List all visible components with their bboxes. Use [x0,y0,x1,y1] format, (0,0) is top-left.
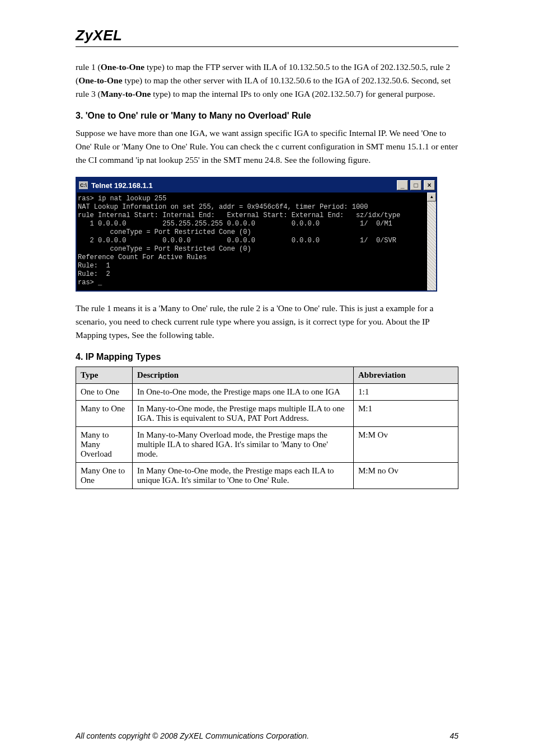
footer-page-number: 45 [449,731,458,740]
heading-text: IP Mapping Types [86,352,161,361]
cell-desc: In Many-to-One mode, the Prestige maps m… [133,401,354,427]
terminal-line: coneType = Port Restricted Cone (0) [78,228,426,237]
section-heading-4: 4. IP Mapping Types [76,352,458,362]
cell-abbr: 1:1 [354,384,458,401]
table-header-row: Type Description Abbreviation [76,367,458,384]
table-row: Many to One In Many-to-One mode, the Pre… [76,401,458,427]
heading-number: 4. [76,352,86,361]
text: rule 1 ( [76,62,101,72]
terminal-area: ras> ip nat lookup 255NAT Lookup Informa… [77,192,436,290]
cell-desc: In Many One-to-One mode, the Prestige ma… [133,463,354,489]
cell-abbr: M:1 [354,401,458,427]
paragraph-1: rule 1 (One-to-One type) to map the FTP … [76,60,458,101]
cell-abbr: M:M Ov [354,427,458,463]
terminal-icon: C:\ [79,181,88,189]
terminal-output: ras> ip nat lookup 255NAT Lookup Informa… [77,192,427,290]
scroll-track[interactable] [427,201,436,290]
terminal-line: ras> ip nat lookup 255 [78,195,426,203]
paragraph-3: The rule 1 means it is a 'Many to One' r… [76,302,458,342]
table-row: Many to Many Overload In Many-to-Many Ov… [76,427,458,463]
cell-type: Many to One [76,401,133,427]
bold-text: One-to-One [101,62,144,72]
paragraph-2: Suppose we have more than one IGA, we wa… [76,126,458,167]
terminal-line: Rule: 2 [78,270,426,279]
col-header-desc: Description [133,367,354,384]
page-footer: All contents copyright © 2008 ZyXEL Comm… [76,731,458,740]
footer-copyright: All contents copyright © 2008 ZyXEL Comm… [76,731,309,740]
terminal-line: coneType = Port Restricted Cone (0) [78,245,426,253]
window-title: Telnet 192.168.1.1 [91,181,396,190]
text: type) to map the internal IPs to only on… [151,89,435,98]
table-row: One to One In One-to-One mode, the Prest… [76,384,458,401]
cell-type: One to One [76,384,133,401]
minimize-button[interactable]: _ [397,180,408,190]
terminal-line: 1 0.0.0.0 255.255.255.255 0.0.0.0 0.0.0.… [78,220,426,228]
header-logo-row: ZyXEL [76,27,458,44]
col-header-abbr: Abbreviation [354,367,458,384]
cell-type: Many One to One [76,463,133,489]
telnet-titlebar: C:\ Telnet 192.168.1.1 _ □ × [77,178,436,192]
table-row: Many One to One In Many One-to-One mode,… [76,463,458,489]
terminal-line: ras> _ [78,279,426,287]
bold-text: One-to-One [78,76,122,85]
terminal-line: NAT Lookup Information on set 255, addr … [78,203,426,212]
text: The rule 1 means it is a 'Many to One' r… [76,303,380,313]
page: ZyXEL rule 1 (One-to-One type) to map th… [0,0,534,756]
bold-text: Many-to-One [101,89,151,98]
close-button[interactable]: × [424,180,435,190]
terminal-line: Reference Count For Active Rules [78,253,426,262]
maximize-button[interactable]: □ [410,180,421,190]
brand-logo: ZyXEL [76,27,122,44]
cell-type: Many to Many Overload [76,427,133,463]
terminal-line: 2 0.0.0.0 0.0.0.0 0.0.0.0 0.0.0.0 1/ 0/S… [78,237,426,245]
header-rule [76,46,458,47]
scrollbar[interactable]: ▴ [427,192,436,290]
section-heading-3: 3. 'One to One' rule or 'Many to Many no… [76,111,458,121]
terminal-line: rule Internal Start: Internal End: Exter… [78,212,426,220]
scroll-up-button[interactable]: ▴ [427,192,436,201]
telnet-window: C:\ Telnet 192.168.1.1 _ □ × ras> ip nat… [76,177,437,292]
cell-abbr: M:M no Ov [354,463,458,489]
col-header-type: Type [76,367,133,384]
cell-desc: In Many-to-Many Overload mode, the Prest… [133,427,354,463]
cell-desc: In One-to-One mode, the Prestige maps on… [133,384,354,401]
terminal-line: Rule: 1 [78,262,426,270]
ip-mapping-table: Type Description Abbreviation One to One… [76,367,458,489]
